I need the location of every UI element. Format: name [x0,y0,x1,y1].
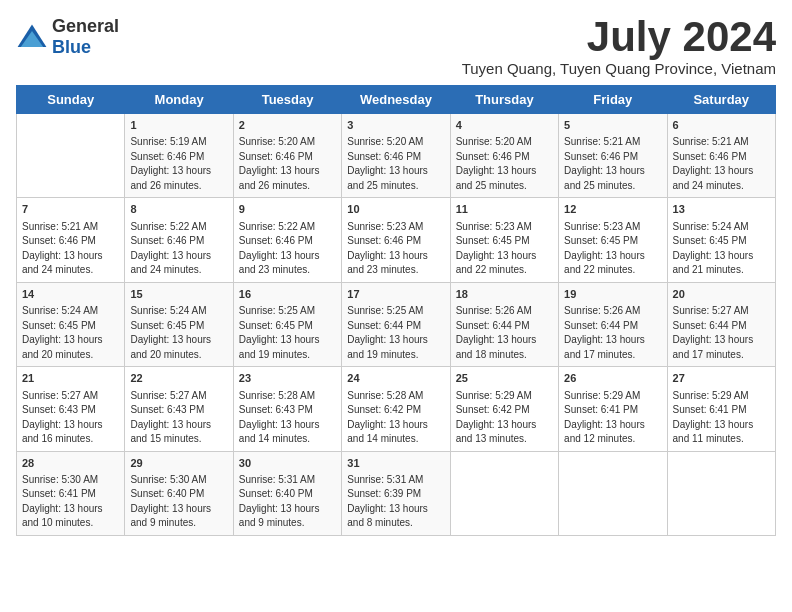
day-details: Sunrise: 5:28 AMSunset: 6:43 PMDaylight:… [239,389,336,447]
day-number: 19 [564,287,661,302]
calendar-cell: 14Sunrise: 5:24 AMSunset: 6:45 PMDayligh… [17,282,125,366]
day-header-sunday: Sunday [17,86,125,114]
day-number: 23 [239,371,336,386]
day-number: 2 [239,118,336,133]
day-details: Sunrise: 5:31 AMSunset: 6:39 PMDaylight:… [347,473,444,531]
day-header-thursday: Thursday [450,86,558,114]
calendar-cell: 7Sunrise: 5:21 AMSunset: 6:46 PMDaylight… [17,198,125,282]
day-number: 6 [673,118,770,133]
calendar-cell: 27Sunrise: 5:29 AMSunset: 6:41 PMDayligh… [667,367,775,451]
day-details: Sunrise: 5:24 AMSunset: 6:45 PMDaylight:… [673,220,770,278]
calendar-cell: 28Sunrise: 5:30 AMSunset: 6:41 PMDayligh… [17,451,125,535]
day-header-tuesday: Tuesday [233,86,341,114]
week-row-1: 1Sunrise: 5:19 AMSunset: 6:46 PMDaylight… [17,114,776,198]
calendar-cell: 2Sunrise: 5:20 AMSunset: 6:46 PMDaylight… [233,114,341,198]
day-header-monday: Monday [125,86,233,114]
day-details: Sunrise: 5:21 AMSunset: 6:46 PMDaylight:… [22,220,119,278]
day-details: Sunrise: 5:29 AMSunset: 6:42 PMDaylight:… [456,389,553,447]
logo: General Blue [16,16,119,58]
calendar-table: SundayMondayTuesdayWednesdayThursdayFrid… [16,85,776,536]
day-number: 27 [673,371,770,386]
day-header-friday: Friday [559,86,667,114]
day-details: Sunrise: 5:26 AMSunset: 6:44 PMDaylight:… [564,304,661,362]
calendar-cell: 10Sunrise: 5:23 AMSunset: 6:46 PMDayligh… [342,198,450,282]
day-details: Sunrise: 5:23 AMSunset: 6:45 PMDaylight:… [564,220,661,278]
calendar-cell: 15Sunrise: 5:24 AMSunset: 6:45 PMDayligh… [125,282,233,366]
day-details: Sunrise: 5:22 AMSunset: 6:46 PMDaylight:… [239,220,336,278]
day-number: 8 [130,202,227,217]
day-number: 26 [564,371,661,386]
day-number: 11 [456,202,553,217]
day-details: Sunrise: 5:20 AMSunset: 6:46 PMDaylight:… [239,135,336,193]
calendar-cell: 5Sunrise: 5:21 AMSunset: 6:46 PMDaylight… [559,114,667,198]
day-number: 10 [347,202,444,217]
calendar-cell: 22Sunrise: 5:27 AMSunset: 6:43 PMDayligh… [125,367,233,451]
day-number: 30 [239,456,336,471]
day-details: Sunrise: 5:31 AMSunset: 6:40 PMDaylight:… [239,473,336,531]
calendar-cell: 16Sunrise: 5:25 AMSunset: 6:45 PMDayligh… [233,282,341,366]
day-details: Sunrise: 5:28 AMSunset: 6:42 PMDaylight:… [347,389,444,447]
day-details: Sunrise: 5:30 AMSunset: 6:40 PMDaylight:… [130,473,227,531]
day-header-wednesday: Wednesday [342,86,450,114]
day-number: 29 [130,456,227,471]
day-number: 13 [673,202,770,217]
day-details: Sunrise: 5:25 AMSunset: 6:44 PMDaylight:… [347,304,444,362]
month-title: July 2024 [462,16,776,58]
calendar-cell: 17Sunrise: 5:25 AMSunset: 6:44 PMDayligh… [342,282,450,366]
day-number: 5 [564,118,661,133]
day-details: Sunrise: 5:27 AMSunset: 6:43 PMDaylight:… [130,389,227,447]
calendar-cell: 29Sunrise: 5:30 AMSunset: 6:40 PMDayligh… [125,451,233,535]
calendar-cell: 18Sunrise: 5:26 AMSunset: 6:44 PMDayligh… [450,282,558,366]
calendar-cell [17,114,125,198]
day-number: 1 [130,118,227,133]
calendar-cell: 1Sunrise: 5:19 AMSunset: 6:46 PMDaylight… [125,114,233,198]
day-details: Sunrise: 5:24 AMSunset: 6:45 PMDaylight:… [22,304,119,362]
calendar-cell: 26Sunrise: 5:29 AMSunset: 6:41 PMDayligh… [559,367,667,451]
day-details: Sunrise: 5:24 AMSunset: 6:45 PMDaylight:… [130,304,227,362]
calendar-cell: 12Sunrise: 5:23 AMSunset: 6:45 PMDayligh… [559,198,667,282]
week-row-4: 21Sunrise: 5:27 AMSunset: 6:43 PMDayligh… [17,367,776,451]
day-number: 20 [673,287,770,302]
calendar-cell [667,451,775,535]
day-details: Sunrise: 5:29 AMSunset: 6:41 PMDaylight:… [564,389,661,447]
day-details: Sunrise: 5:27 AMSunset: 6:44 PMDaylight:… [673,304,770,362]
day-details: Sunrise: 5:30 AMSunset: 6:41 PMDaylight:… [22,473,119,531]
day-number: 18 [456,287,553,302]
day-number: 12 [564,202,661,217]
calendar-header: SundayMondayTuesdayWednesdayThursdayFrid… [17,86,776,114]
day-number: 21 [22,371,119,386]
days-header-row: SundayMondayTuesdayWednesdayThursdayFrid… [17,86,776,114]
day-details: Sunrise: 5:21 AMSunset: 6:46 PMDaylight:… [673,135,770,193]
day-details: Sunrise: 5:20 AMSunset: 6:46 PMDaylight:… [456,135,553,193]
calendar-cell [559,451,667,535]
day-number: 9 [239,202,336,217]
day-details: Sunrise: 5:21 AMSunset: 6:46 PMDaylight:… [564,135,661,193]
day-number: 14 [22,287,119,302]
calendar-cell: 30Sunrise: 5:31 AMSunset: 6:40 PMDayligh… [233,451,341,535]
logo-general: General [52,16,119,36]
calendar-cell: 23Sunrise: 5:28 AMSunset: 6:43 PMDayligh… [233,367,341,451]
day-details: Sunrise: 5:23 AMSunset: 6:46 PMDaylight:… [347,220,444,278]
logo-text: General Blue [52,16,119,58]
day-details: Sunrise: 5:26 AMSunset: 6:44 PMDaylight:… [456,304,553,362]
calendar-cell: 13Sunrise: 5:24 AMSunset: 6:45 PMDayligh… [667,198,775,282]
day-number: 4 [456,118,553,133]
day-number: 16 [239,287,336,302]
calendar-cell: 31Sunrise: 5:31 AMSunset: 6:39 PMDayligh… [342,451,450,535]
calendar-cell: 8Sunrise: 5:22 AMSunset: 6:46 PMDaylight… [125,198,233,282]
calendar-cell: 20Sunrise: 5:27 AMSunset: 6:44 PMDayligh… [667,282,775,366]
calendar-cell: 21Sunrise: 5:27 AMSunset: 6:43 PMDayligh… [17,367,125,451]
day-details: Sunrise: 5:25 AMSunset: 6:45 PMDaylight:… [239,304,336,362]
calendar-cell: 6Sunrise: 5:21 AMSunset: 6:46 PMDaylight… [667,114,775,198]
day-details: Sunrise: 5:22 AMSunset: 6:46 PMDaylight:… [130,220,227,278]
calendar-cell: 9Sunrise: 5:22 AMSunset: 6:46 PMDaylight… [233,198,341,282]
day-details: Sunrise: 5:19 AMSunset: 6:46 PMDaylight:… [130,135,227,193]
day-number: 28 [22,456,119,471]
calendar-cell: 25Sunrise: 5:29 AMSunset: 6:42 PMDayligh… [450,367,558,451]
location-subtitle: Tuyen Quang, Tuyen Quang Province, Vietn… [462,60,776,77]
day-number: 15 [130,287,227,302]
day-details: Sunrise: 5:20 AMSunset: 6:46 PMDaylight:… [347,135,444,193]
calendar-cell: 11Sunrise: 5:23 AMSunset: 6:45 PMDayligh… [450,198,558,282]
day-number: 7 [22,202,119,217]
day-details: Sunrise: 5:29 AMSunset: 6:41 PMDaylight:… [673,389,770,447]
